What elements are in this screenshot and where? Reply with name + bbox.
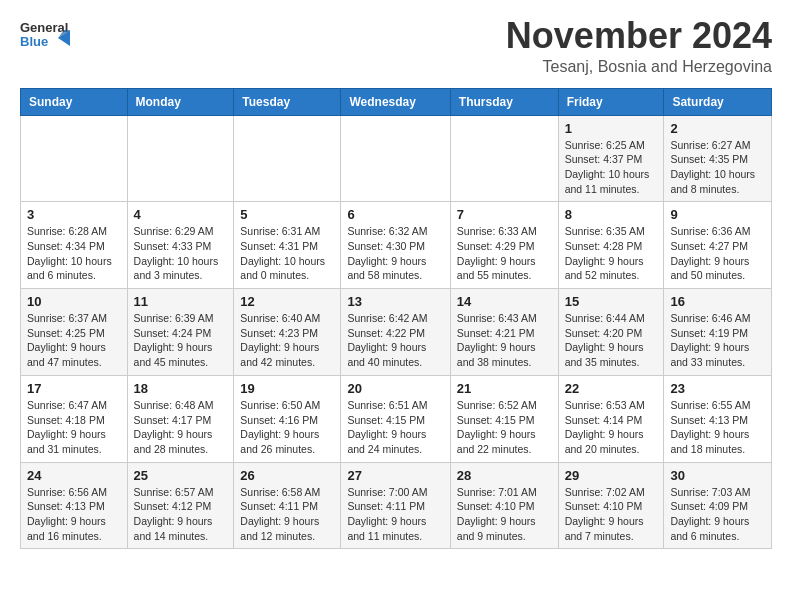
calendar-cell: 30Sunrise: 7:03 AM Sunset: 4:09 PM Dayli…	[664, 462, 772, 549]
day-number: 13	[347, 294, 443, 309]
weekday-header-monday: Monday	[127, 88, 234, 115]
calendar-cell: 11Sunrise: 6:39 AM Sunset: 4:24 PM Dayli…	[127, 289, 234, 376]
calendar-cell: 6Sunrise: 6:32 AM Sunset: 4:30 PM Daylig…	[341, 202, 450, 289]
calendar-cell	[127, 115, 234, 202]
day-number: 12	[240, 294, 334, 309]
day-number: 17	[27, 381, 121, 396]
day-number: 21	[457, 381, 552, 396]
calendar-cell: 15Sunrise: 6:44 AM Sunset: 4:20 PM Dayli…	[558, 289, 664, 376]
weekday-header-thursday: Thursday	[450, 88, 558, 115]
weekday-header-sunday: Sunday	[21, 88, 128, 115]
calendar-cell: 13Sunrise: 6:42 AM Sunset: 4:22 PM Dayli…	[341, 289, 450, 376]
calendar-cell: 10Sunrise: 6:37 AM Sunset: 4:25 PM Dayli…	[21, 289, 128, 376]
day-info: Sunrise: 6:39 AM Sunset: 4:24 PM Dayligh…	[134, 311, 228, 370]
calendar-cell: 28Sunrise: 7:01 AM Sunset: 4:10 PM Dayli…	[450, 462, 558, 549]
day-info: Sunrise: 6:42 AM Sunset: 4:22 PM Dayligh…	[347, 311, 443, 370]
day-number: 29	[565, 468, 658, 483]
calendar-cell	[234, 115, 341, 202]
day-info: Sunrise: 6:25 AM Sunset: 4:37 PM Dayligh…	[565, 138, 658, 197]
day-number: 5	[240, 207, 334, 222]
calendar-cell: 23Sunrise: 6:55 AM Sunset: 4:13 PM Dayli…	[664, 375, 772, 462]
day-number: 10	[27, 294, 121, 309]
calendar-cell: 4Sunrise: 6:29 AM Sunset: 4:33 PM Daylig…	[127, 202, 234, 289]
calendar-table: SundayMondayTuesdayWednesdayThursdayFrid…	[20, 88, 772, 550]
day-info: Sunrise: 6:46 AM Sunset: 4:19 PM Dayligh…	[670, 311, 765, 370]
day-info: Sunrise: 6:57 AM Sunset: 4:12 PM Dayligh…	[134, 485, 228, 544]
day-number: 6	[347, 207, 443, 222]
day-number: 7	[457, 207, 552, 222]
day-info: Sunrise: 7:03 AM Sunset: 4:09 PM Dayligh…	[670, 485, 765, 544]
calendar-cell: 29Sunrise: 7:02 AM Sunset: 4:10 PM Dayli…	[558, 462, 664, 549]
day-number: 23	[670, 381, 765, 396]
day-number: 25	[134, 468, 228, 483]
calendar-cell: 26Sunrise: 6:58 AM Sunset: 4:11 PM Dayli…	[234, 462, 341, 549]
day-number: 2	[670, 121, 765, 136]
day-info: Sunrise: 6:29 AM Sunset: 4:33 PM Dayligh…	[134, 224, 228, 283]
day-number: 24	[27, 468, 121, 483]
svg-text:Blue: Blue	[20, 34, 48, 49]
day-info: Sunrise: 7:00 AM Sunset: 4:11 PM Dayligh…	[347, 485, 443, 544]
calendar-cell	[21, 115, 128, 202]
day-info: Sunrise: 6:56 AM Sunset: 4:13 PM Dayligh…	[27, 485, 121, 544]
calendar-cell: 8Sunrise: 6:35 AM Sunset: 4:28 PM Daylig…	[558, 202, 664, 289]
calendar-cell: 16Sunrise: 6:46 AM Sunset: 4:19 PM Dayli…	[664, 289, 772, 376]
day-info: Sunrise: 7:02 AM Sunset: 4:10 PM Dayligh…	[565, 485, 658, 544]
day-info: Sunrise: 6:37 AM Sunset: 4:25 PM Dayligh…	[27, 311, 121, 370]
day-info: Sunrise: 6:52 AM Sunset: 4:15 PM Dayligh…	[457, 398, 552, 457]
calendar-cell: 18Sunrise: 6:48 AM Sunset: 4:17 PM Dayli…	[127, 375, 234, 462]
week-row-5: 24Sunrise: 6:56 AM Sunset: 4:13 PM Dayli…	[21, 462, 772, 549]
calendar-cell: 21Sunrise: 6:52 AM Sunset: 4:15 PM Dayli…	[450, 375, 558, 462]
day-info: Sunrise: 6:53 AM Sunset: 4:14 PM Dayligh…	[565, 398, 658, 457]
day-info: Sunrise: 6:40 AM Sunset: 4:23 PM Dayligh…	[240, 311, 334, 370]
calendar-cell: 27Sunrise: 7:00 AM Sunset: 4:11 PM Dayli…	[341, 462, 450, 549]
day-number: 30	[670, 468, 765, 483]
day-info: Sunrise: 6:27 AM Sunset: 4:35 PM Dayligh…	[670, 138, 765, 197]
day-number: 3	[27, 207, 121, 222]
calendar-cell: 25Sunrise: 6:57 AM Sunset: 4:12 PM Dayli…	[127, 462, 234, 549]
day-number: 22	[565, 381, 658, 396]
day-number: 27	[347, 468, 443, 483]
weekday-header-friday: Friday	[558, 88, 664, 115]
day-info: Sunrise: 6:58 AM Sunset: 4:11 PM Dayligh…	[240, 485, 334, 544]
day-info: Sunrise: 6:35 AM Sunset: 4:28 PM Dayligh…	[565, 224, 658, 283]
week-row-4: 17Sunrise: 6:47 AM Sunset: 4:18 PM Dayli…	[21, 375, 772, 462]
calendar-cell: 2Sunrise: 6:27 AM Sunset: 4:35 PM Daylig…	[664, 115, 772, 202]
day-info: Sunrise: 6:44 AM Sunset: 4:20 PM Dayligh…	[565, 311, 658, 370]
day-number: 28	[457, 468, 552, 483]
calendar-cell	[341, 115, 450, 202]
calendar-cell: 22Sunrise: 6:53 AM Sunset: 4:14 PM Dayli…	[558, 375, 664, 462]
calendar-cell: 12Sunrise: 6:40 AM Sunset: 4:23 PM Dayli…	[234, 289, 341, 376]
weekday-header-row: SundayMondayTuesdayWednesdayThursdayFrid…	[21, 88, 772, 115]
logo-graphic: General Blue	[20, 16, 70, 60]
calendar-cell: 3Sunrise: 6:28 AM Sunset: 4:34 PM Daylig…	[21, 202, 128, 289]
day-info: Sunrise: 6:55 AM Sunset: 4:13 PM Dayligh…	[670, 398, 765, 457]
location-title: Tesanj, Bosnia and Herzegovina	[506, 58, 772, 76]
week-row-1: 1Sunrise: 6:25 AM Sunset: 4:37 PM Daylig…	[21, 115, 772, 202]
calendar-cell	[450, 115, 558, 202]
day-info: Sunrise: 6:51 AM Sunset: 4:15 PM Dayligh…	[347, 398, 443, 457]
day-number: 8	[565, 207, 658, 222]
calendar-cell: 1Sunrise: 6:25 AM Sunset: 4:37 PM Daylig…	[558, 115, 664, 202]
header: General Blue November 2024 Tesanj, Bosni…	[20, 16, 772, 76]
calendar-cell: 9Sunrise: 6:36 AM Sunset: 4:27 PM Daylig…	[664, 202, 772, 289]
day-info: Sunrise: 6:48 AM Sunset: 4:17 PM Dayligh…	[134, 398, 228, 457]
calendar-cell: 17Sunrise: 6:47 AM Sunset: 4:18 PM Dayli…	[21, 375, 128, 462]
day-info: Sunrise: 6:32 AM Sunset: 4:30 PM Dayligh…	[347, 224, 443, 283]
day-info: Sunrise: 6:33 AM Sunset: 4:29 PM Dayligh…	[457, 224, 552, 283]
logo: General Blue	[20, 16, 70, 60]
day-info: Sunrise: 7:01 AM Sunset: 4:10 PM Dayligh…	[457, 485, 552, 544]
calendar-cell: 20Sunrise: 6:51 AM Sunset: 4:15 PM Dayli…	[341, 375, 450, 462]
calendar-cell: 14Sunrise: 6:43 AM Sunset: 4:21 PM Dayli…	[450, 289, 558, 376]
day-number: 11	[134, 294, 228, 309]
day-info: Sunrise: 6:50 AM Sunset: 4:16 PM Dayligh…	[240, 398, 334, 457]
day-info: Sunrise: 6:47 AM Sunset: 4:18 PM Dayligh…	[27, 398, 121, 457]
day-info: Sunrise: 6:31 AM Sunset: 4:31 PM Dayligh…	[240, 224, 334, 283]
day-info: Sunrise: 6:36 AM Sunset: 4:27 PM Dayligh…	[670, 224, 765, 283]
title-area: November 2024 Tesanj, Bosnia and Herzego…	[506, 16, 772, 76]
day-number: 14	[457, 294, 552, 309]
weekday-header-tuesday: Tuesday	[234, 88, 341, 115]
day-info: Sunrise: 6:28 AM Sunset: 4:34 PM Dayligh…	[27, 224, 121, 283]
day-info: Sunrise: 6:43 AM Sunset: 4:21 PM Dayligh…	[457, 311, 552, 370]
calendar-cell: 19Sunrise: 6:50 AM Sunset: 4:16 PM Dayli…	[234, 375, 341, 462]
day-number: 18	[134, 381, 228, 396]
